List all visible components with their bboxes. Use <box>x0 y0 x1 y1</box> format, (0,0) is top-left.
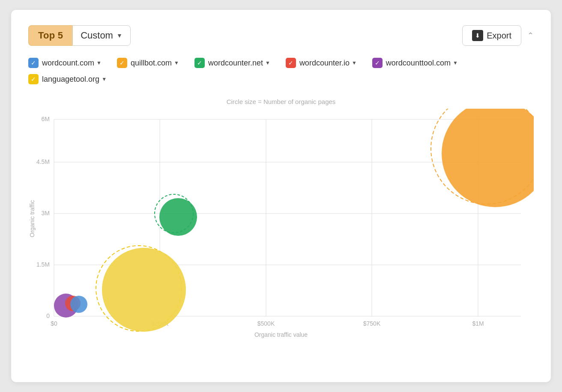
legend-item-languagetool[interactable]: ✓ languagetool.org ▼ <box>28 74 107 84</box>
legend-label-languagetool: languagetool.org ▼ <box>42 75 107 84</box>
chart-svg: 0 1.5M 3M 4.5M 6M $0 $250K $500K $750K $… <box>28 109 534 340</box>
main-card: Top 5 Custom ▼ ⬇ Export ⌃ ✓ wordcount.co… <box>11 10 551 382</box>
legend-label-wordcounternet: wordcounter.net ▼ <box>208 59 270 68</box>
legend-item-quillbot[interactable]: ✓ quillbot.com ▼ <box>117 58 179 68</box>
toolbar-right: ⬇ Export ⌃ <box>462 25 534 46</box>
legend-dropdown-wordcounternet-icon[interactable]: ▼ <box>265 60 270 66</box>
legend-checkbox-wordcount: ✓ <box>28 58 39 68</box>
custom-label: Custom <box>81 30 113 41</box>
bubble-languagetool[interactable] <box>102 248 186 332</box>
legend-item-wordcounternet[interactable]: ✓ wordcounter.net ▼ <box>194 58 270 68</box>
export-button[interactable]: ⬇ Export <box>462 25 521 46</box>
svg-text:$1M: $1M <box>472 320 484 327</box>
svg-text:3M: 3M <box>42 210 50 217</box>
legend-label-quillbot: quillbot.com ▼ <box>131 59 179 68</box>
svg-text:$500K: $500K <box>257 320 275 327</box>
legend-dropdown-wordcounttool-icon[interactable]: ▼ <box>453 60 458 66</box>
collapse-icon[interactable]: ⌃ <box>527 31 534 40</box>
legend-checkbox-quillbot: ✓ <box>117 58 127 68</box>
legend-label-wordcount: wordcount.com ▼ <box>42 59 102 68</box>
chart-container: 0 1.5M 3M 4.5M 6M $0 $250K $500K $750K $… <box>28 109 534 340</box>
legend-checkbox-wordcounttool: ✓ <box>372 58 383 68</box>
legend-item-wordcounttool[interactable]: ✓ wordcounttool.com ▼ <box>372 58 458 68</box>
export-label: Export <box>487 31 511 41</box>
top5-badge[interactable]: Top 5 <box>28 25 72 46</box>
svg-text:$0: $0 <box>51 320 57 327</box>
legend-checkbox-wordcounternet: ✓ <box>194 58 205 68</box>
toolbar-left: Top 5 Custom ▼ <box>28 25 131 46</box>
svg-text:6M: 6M <box>42 116 50 122</box>
legend-item-wordcount[interactable]: ✓ wordcount.com ▼ <box>28 58 102 68</box>
chart-area: Circle size = Number of organic pages <box>28 98 534 346</box>
chart-note: Circle size = Number of organic pages <box>28 98 534 105</box>
bubble-wordcounternet[interactable] <box>159 198 197 236</box>
svg-text:$750K: $750K <box>363 320 381 327</box>
svg-text:Organic traffic value: Organic traffic value <box>254 331 308 338</box>
svg-text:Organic traffic: Organic traffic <box>29 200 36 238</box>
bubble-wordcount[interactable] <box>70 296 87 313</box>
bubble-quillbot[interactable] <box>442 109 534 207</box>
dropdown-arrow-icon: ▼ <box>117 32 123 39</box>
legend-checkbox-languagetool: ✓ <box>28 74 39 84</box>
svg-text:4.5M: 4.5M <box>36 158 50 165</box>
svg-text:0: 0 <box>46 312 50 319</box>
legend-label-wordcounterio: wordcounter.io ▼ <box>299 59 357 68</box>
legend-checkbox-wordcounterio: ✓ <box>286 58 296 68</box>
custom-dropdown[interactable]: Custom ▼ <box>72 25 131 46</box>
legend-dropdown-wordcounterio-icon[interactable]: ▼ <box>352 60 357 66</box>
legend-dropdown-wordcount-icon[interactable]: ▼ <box>96 60 102 66</box>
toolbar: Top 5 Custom ▼ ⬇ Export ⌃ <box>28 25 534 46</box>
legend-container: ✓ wordcount.com ▼ ✓ quillbot.com ▼ ✓ wor… <box>28 58 534 84</box>
svg-text:1.5M: 1.5M <box>36 261 50 268</box>
legend-dropdown-quillbot-icon[interactable]: ▼ <box>174 60 179 66</box>
export-icon: ⬇ <box>472 30 483 41</box>
legend-label-wordcounttool: wordcounttool.com ▼ <box>386 59 458 68</box>
legend-dropdown-languagetool-icon[interactable]: ▼ <box>102 76 107 82</box>
legend-item-wordcounterio[interactable]: ✓ wordcounter.io ▼ <box>286 58 357 68</box>
